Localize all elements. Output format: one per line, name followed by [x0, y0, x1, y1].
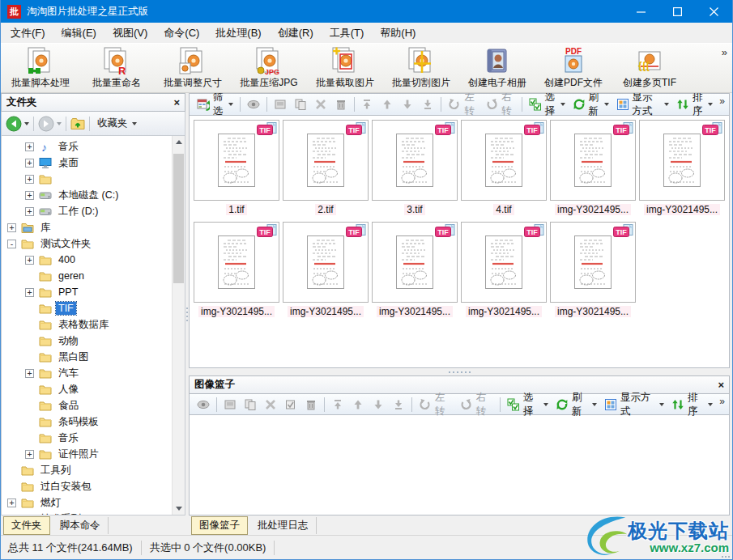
sort-button[interactable]: 排序 [668, 389, 716, 420]
toolbar-button-label: 批量切割图片 [392, 76, 450, 90]
expand-icon[interactable]: + [25, 142, 34, 151]
filter-button[interactable]: 筛选 [194, 93, 237, 120]
minimize-button[interactable] [623, 0, 659, 23]
tree-item[interactable]: -测试文件夹 [2, 235, 185, 252]
batch-split-button[interactable]: 批量切割图片 [383, 45, 459, 91]
expand-icon[interactable]: + [25, 450, 34, 459]
select-button[interactable]: 选择 [526, 93, 569, 120]
resize-grip[interactable] [722, 556, 731, 558]
up-folder-button[interactable] [70, 117, 85, 130]
close-button[interactable] [696, 0, 732, 23]
menu-item[interactable]: 工具(T) [322, 23, 373, 43]
view-mode-button[interactable]: 显示方式 [601, 389, 667, 420]
tree-item[interactable]: 技术系列 [2, 511, 185, 515]
menu-item[interactable]: 命令(C) [156, 23, 207, 43]
menu-item[interactable]: 视图(V) [104, 23, 156, 43]
tree-item[interactable]: +工作 (D:) [2, 203, 185, 219]
tree-item[interactable]: +证件照片 [2, 446, 185, 462]
browser-toolbar-overflow-chevron[interactable]: » [719, 95, 725, 107]
tree-item[interactable]: 动物 [2, 333, 185, 349]
expand-icon[interactable]: + [7, 498, 16, 507]
scroll-up-icon[interactable] [173, 136, 185, 148]
left-tab[interactable]: 文件夹 [3, 516, 50, 535]
file-item[interactable]: TIF2.tif [283, 120, 369, 220]
tree-item[interactable]: 人像 [2, 381, 185, 397]
tree-item[interactable]: +PPT [2, 284, 185, 300]
tree-item[interactable]: geren [2, 268, 185, 284]
menu-item[interactable]: 文件(F) [2, 23, 53, 43]
tree-item[interactable]: 工具列 [2, 462, 185, 478]
favorites-button[interactable]: 收藏夹 [94, 115, 140, 132]
batch-capture-button[interactable]: 批量截取图片 [307, 45, 383, 91]
scroll-down-icon[interactable] [173, 503, 185, 515]
right-tab[interactable]: 批处理日志 [250, 517, 317, 534]
view-mode-button[interactable]: 显示方式 [613, 93, 672, 120]
toolbar-overflow-chevron[interactable]: » [722, 46, 727, 58]
select-button[interactable]: 选择 [504, 389, 552, 420]
expand-icon[interactable]: + [25, 369, 34, 378]
back-button[interactable] [6, 116, 22, 132]
basket-toolbar-overflow-chevron[interactable]: » [719, 396, 725, 407]
left-tab[interactable]: 脚本命令 [53, 517, 109, 534]
expand-icon[interactable]: + [25, 207, 34, 216]
menu-item[interactable]: 编辑(E) [53, 23, 104, 43]
tree-item[interactable]: 黑白图 [2, 349, 185, 365]
create-album-button[interactable]: 创建电子相册 [459, 45, 535, 91]
tree-item[interactable]: 食品 [2, 397, 185, 414]
file-item[interactable]: TIFimg-Y3021495... [550, 120, 636, 220]
tree-scrollbar[interactable] [172, 136, 185, 515]
delete-x-icon [314, 98, 327, 111]
tree-item[interactable]: +400 [2, 252, 185, 268]
maximize-button[interactable] [659, 0, 696, 23]
expand-icon[interactable]: + [25, 191, 34, 200]
back-dropdown-caret[interactable] [24, 122, 29, 125]
tree-scrollbar-thumb[interactable] [173, 154, 184, 283]
folder-nav-toolbar: 收藏夹 [1, 112, 185, 136]
tree-item[interactable]: + [2, 171, 185, 187]
expand-icon[interactable]: + [25, 256, 34, 265]
right-tab[interactable]: 图像篮子 [191, 516, 248, 535]
horizontal-splitter[interactable] [189, 368, 730, 375]
menu-item[interactable]: 创建(R) [270, 23, 322, 43]
menu-item[interactable]: 批处理(B) [207, 23, 269, 43]
expand-icon[interactable]: + [25, 288, 34, 297]
sort-button[interactable]: 排序 [673, 93, 716, 120]
basket-panel-close-icon[interactable]: × [718, 380, 724, 390]
tree-item[interactable]: 条码模板 [2, 414, 185, 430]
batch-script-button[interactable]: 批量脚本处理 [2, 45, 79, 91]
file-item[interactable]: TIFimg-Y3021495... [283, 222, 369, 322]
file-item[interactable]: TIFimg-Y3021495... [372, 222, 458, 322]
tree-item-tif[interactable]: TIF [2, 300, 185, 316]
file-item[interactable]: TIFimg-Y3021495... [194, 222, 279, 322]
tree-item[interactable]: 表格数据库 [2, 316, 185, 333]
tree-item[interactable]: +燃灯 [2, 494, 185, 511]
file-item[interactable]: TIFimg-Y3021495... [550, 222, 636, 322]
expand-icon[interactable]: + [7, 223, 16, 232]
tree-item-label: 桌面 [56, 155, 81, 171]
tree-item[interactable]: +本地磁盘 (C:) [2, 187, 185, 203]
document-page-thumb [574, 134, 612, 187]
file-item[interactable]: TIFimg-Y3021495... [461, 222, 547, 322]
tree-item[interactable]: +桌面 [2, 155, 185, 171]
expand-icon[interactable]: + [25, 159, 34, 168]
batch-rename-button[interactable]: R批量重命名 [79, 45, 155, 91]
file-item[interactable]: TIF1.tif [194, 120, 279, 220]
batch-resize-button[interactable]: 批量调整尺寸 [155, 45, 231, 91]
batch-compress-jpg-button[interactable]: JPG批量压缩JPG [231, 45, 307, 91]
menu-item[interactable]: 帮助(H) [372, 23, 424, 43]
create-multipage-tif-button[interactable]: {{{创建多页TIF [612, 45, 688, 91]
file-item[interactable]: TIFimg-Y3021495... [639, 120, 725, 220]
tree-item[interactable]: +库 [2, 219, 185, 235]
tree-item[interactable]: 过白安装包 [2, 478, 185, 494]
create-pdf-button[interactable]: PDF创建PDF文件 [535, 45, 612, 91]
refresh-button[interactable]: 刷新 [552, 389, 600, 420]
folders-panel-close-icon[interactable]: × [173, 97, 180, 108]
tree-item[interactable]: 音乐 [2, 430, 185, 446]
expand-icon[interactable]: + [25, 175, 34, 184]
file-item[interactable]: TIF3.tif [372, 120, 458, 220]
tree-item[interactable]: +汽车 [2, 365, 185, 381]
collapse-icon[interactable]: - [7, 240, 16, 248]
refresh-button[interactable]: 刷新 [569, 93, 612, 120]
tree-item[interactable]: +♪音乐 [2, 138, 185, 155]
file-item[interactable]: TIF4.tif [461, 120, 547, 220]
